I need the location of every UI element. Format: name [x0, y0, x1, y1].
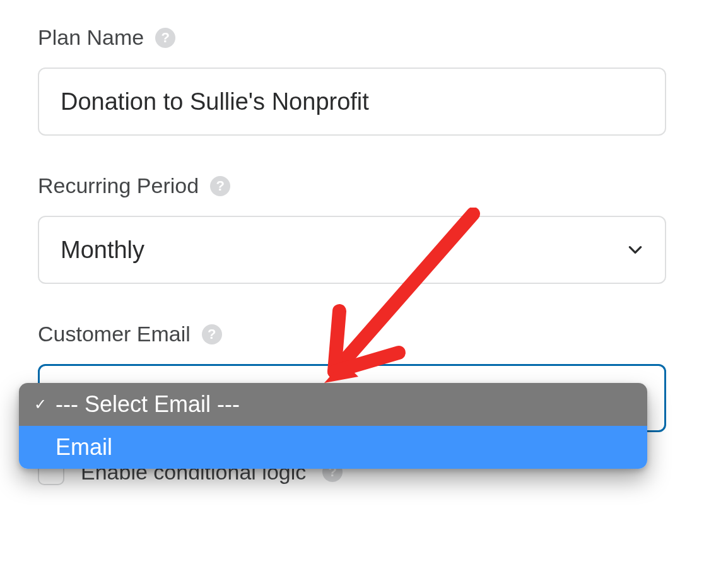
- plan-name-label: Plan Name: [38, 25, 144, 50]
- customer-email-label-row: Customer Email ?: [38, 322, 666, 346]
- help-icon[interactable]: ?: [210, 176, 230, 196]
- help-icon[interactable]: ?: [202, 324, 222, 344]
- customer-email-label: Customer Email: [38, 322, 191, 346]
- checkmark-icon: ✓: [28, 396, 53, 413]
- recurring-period-field-group: Recurring Period ? Monthly: [38, 173, 666, 284]
- recurring-period-select[interactable]: Monthly: [38, 216, 666, 284]
- dropdown-option-select-email[interactable]: ✓ --- Select Email ---: [19, 383, 647, 426]
- recurring-period-label: Recurring Period: [38, 173, 199, 198]
- customer-email-dropdown: ✓ --- Select Email --- Email: [19, 383, 647, 469]
- help-icon[interactable]: ?: [155, 28, 175, 48]
- chevron-down-icon: [627, 242, 643, 258]
- customer-email-select-wrap: ✓ --- Select Email --- Email: [38, 364, 666, 432]
- recurring-period-value: Monthly: [61, 237, 144, 264]
- dropdown-option-email[interactable]: Email: [19, 426, 647, 469]
- dropdown-option-label: Email: [53, 434, 112, 461]
- plan-name-field-group: Plan Name ?: [38, 25, 666, 136]
- plan-name-input[interactable]: [38, 68, 666, 136]
- recurring-period-label-row: Recurring Period ?: [38, 173, 666, 198]
- dropdown-option-label: --- Select Email ---: [53, 391, 240, 418]
- plan-name-label-row: Plan Name ?: [38, 25, 666, 50]
- customer-email-field-group: Customer Email ? ✓ --- Select Email ---: [38, 322, 666, 432]
